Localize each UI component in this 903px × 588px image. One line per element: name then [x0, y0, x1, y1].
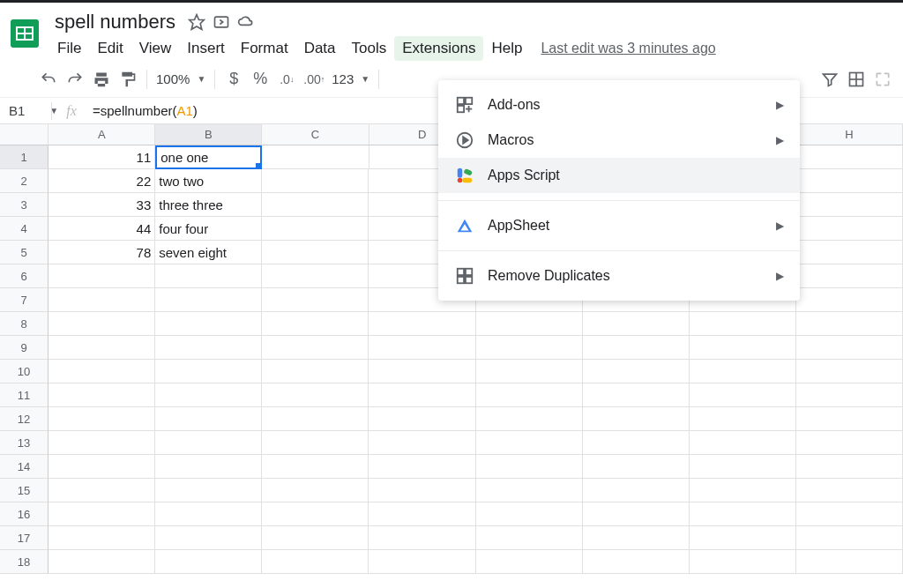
cell[interactable]	[49, 479, 155, 502]
cell[interactable]: four four	[155, 217, 262, 241]
menu-format[interactable]: Format	[233, 36, 296, 61]
cell[interactable]	[49, 288, 155, 312]
cell[interactable]	[476, 479, 583, 502]
cell[interactable]	[476, 431, 583, 455]
cell[interactable]	[262, 502, 369, 526]
row-header[interactable]: 9	[0, 336, 49, 360]
cell[interactable]: 22	[49, 169, 155, 193]
cell[interactable]	[262, 336, 369, 360]
row-header[interactable]: 7	[0, 288, 49, 312]
cell[interactable]	[262, 526, 369, 550]
cell[interactable]	[369, 407, 475, 431]
cell[interactable]	[369, 550, 475, 574]
column-header[interactable]: B	[155, 124, 262, 145]
cell[interactable]	[49, 383, 155, 407]
paint-format-button[interactable]	[115, 67, 141, 92]
number-format-selector[interactable]: 123▼	[328, 71, 373, 86]
cell[interactable]	[583, 550, 690, 574]
cell[interactable]	[796, 288, 903, 312]
cell[interactable]	[476, 336, 583, 360]
menu-item-appsheet[interactable]: AppSheet▶	[438, 208, 800, 243]
cell[interactable]	[369, 479, 475, 502]
row-header[interactable]: 10	[0, 360, 49, 383]
cell[interactable]	[796, 550, 903, 574]
cell[interactable]	[796, 407, 903, 431]
print-button[interactable]	[88, 67, 115, 92]
cell[interactable]: 44	[49, 217, 155, 241]
menu-tools[interactable]: Tools	[344, 36, 395, 61]
redo-button[interactable]	[62, 67, 88, 92]
cell[interactable]	[49, 455, 155, 479]
cell[interactable]	[796, 193, 903, 217]
cell[interactable]	[49, 312, 155, 336]
cell[interactable]	[262, 169, 369, 193]
column-header[interactable]: C	[262, 124, 369, 145]
cell[interactable]	[583, 502, 690, 526]
cell[interactable]	[690, 383, 796, 407]
cell[interactable]	[155, 336, 262, 360]
expand-button[interactable]	[869, 67, 896, 92]
cell[interactable]	[262, 550, 369, 574]
cell[interactable]	[155, 360, 262, 383]
cell[interactable]	[796, 360, 903, 383]
menu-extensions[interactable]: Extensions	[394, 36, 483, 61]
cell[interactable]	[49, 336, 155, 360]
cell[interactable]	[476, 550, 583, 574]
move-icon[interactable]	[209, 10, 234, 34]
currency-button[interactable]: $	[220, 67, 247, 92]
menu-insert[interactable]: Insert	[179, 36, 233, 61]
cell[interactable]: three three	[155, 193, 262, 217]
cell[interactable]	[583, 407, 690, 431]
row-header[interactable]: 17	[0, 526, 49, 550]
cell[interactable]	[155, 431, 262, 455]
menu-item-add-ons[interactable]: Add-ons▶	[438, 87, 800, 123]
cell[interactable]	[476, 383, 583, 407]
cell[interactable]	[155, 288, 262, 312]
menu-data[interactable]: Data	[296, 36, 344, 61]
cell[interactable]	[796, 336, 903, 360]
cell[interactable]	[155, 455, 262, 479]
cell[interactable]	[796, 383, 903, 407]
cell[interactable]	[583, 526, 690, 550]
cell[interactable]	[155, 550, 262, 574]
cell[interactable]	[369, 336, 475, 360]
row-header[interactable]: 13	[0, 431, 49, 455]
row-header[interactable]: 5	[0, 241, 49, 264]
cell[interactable]	[476, 407, 583, 431]
cell[interactable]	[796, 502, 903, 526]
cell[interactable]	[476, 455, 583, 479]
cell[interactable]	[583, 336, 690, 360]
cell[interactable]	[690, 479, 796, 502]
cell[interactable]	[369, 431, 475, 455]
cell[interactable]	[476, 312, 583, 336]
cell[interactable]	[690, 312, 796, 336]
cell[interactable]	[690, 550, 796, 574]
cell[interactable]	[262, 241, 369, 264]
cell[interactable]	[796, 264, 903, 288]
decrease-decimal-button[interactable]: .0↓	[273, 67, 300, 92]
cell[interactable]	[690, 360, 796, 383]
row-header[interactable]: 4	[0, 217, 49, 241]
row-header[interactable]: 14	[0, 455, 49, 479]
star-icon[interactable]	[184, 10, 209, 34]
menu-file[interactable]: File	[49, 36, 89, 61]
cell[interactable]	[49, 407, 155, 431]
row-header[interactable]: 16	[0, 502, 49, 526]
cell[interactable]	[49, 264, 155, 288]
cell[interactable]	[796, 217, 903, 241]
cell[interactable]	[155, 264, 262, 288]
undo-button[interactable]	[35, 67, 62, 92]
cell[interactable]	[262, 288, 369, 312]
menu-item-apps-script[interactable]: Apps Script	[438, 158, 800, 193]
cell[interactable]	[262, 193, 369, 217]
menu-view[interactable]: View	[131, 36, 180, 61]
cell[interactable]	[155, 502, 262, 526]
cloud-icon[interactable]	[234, 10, 258, 34]
cell[interactable]	[796, 312, 903, 336]
cell[interactable]	[155, 526, 262, 550]
cell[interactable]	[690, 502, 796, 526]
cell[interactable]	[796, 169, 903, 193]
cell[interactable]	[155, 312, 262, 336]
cell[interactable]	[369, 312, 475, 336]
cell[interactable]: 33	[49, 193, 155, 217]
